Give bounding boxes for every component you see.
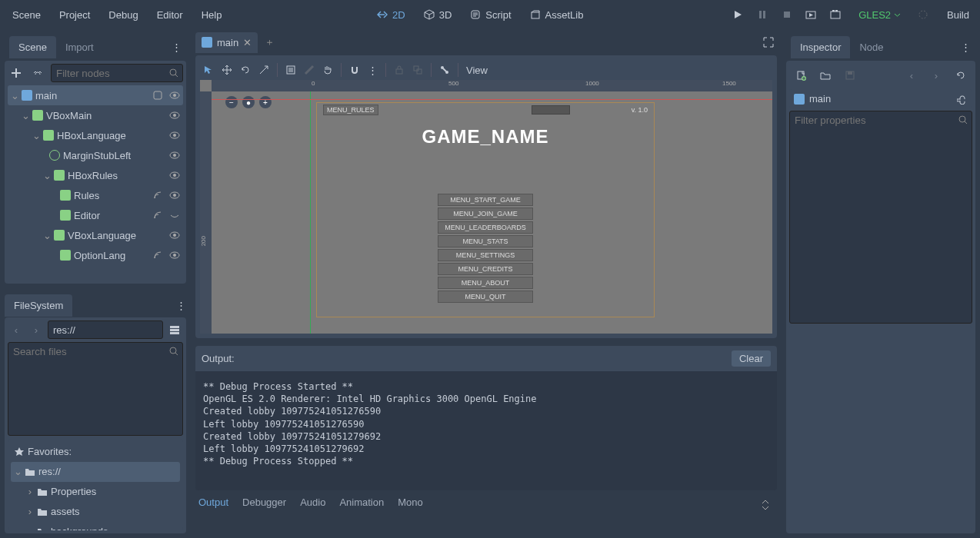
bottom-tab-audio[interactable]: Audio	[300, 496, 325, 513]
mode-assetlib[interactable]: AssetLib	[524, 6, 590, 24]
pan-tool[interactable]	[322, 65, 333, 75]
visibility-icon[interactable]	[169, 130, 180, 141]
game-menu-menu-credits[interactable]: MENU_CREDITS	[438, 263, 533, 275]
game-menu-menu-about[interactable]: MENU_ABOUT	[438, 277, 533, 289]
fs-view-toggle[interactable]	[166, 321, 183, 338]
rotate-tool[interactable]	[240, 65, 251, 75]
mode-script[interactable]: Script	[464, 6, 517, 24]
build-button[interactable]: Build	[939, 6, 977, 24]
output-text[interactable]: ** Debug Process Started ** OpenGL ES 2.…	[195, 371, 777, 490]
group-tool[interactable]	[412, 65, 423, 75]
pause-button[interactable]	[754, 6, 771, 23]
inspector-filter-input[interactable]	[789, 111, 972, 324]
fs-path-field[interactable]: res://	[48, 320, 163, 339]
fs-back-button[interactable]: ‹	[8, 321, 25, 338]
snap-tool[interactable]	[349, 65, 360, 75]
save-resource-button[interactable]	[842, 67, 858, 84]
visibility-icon[interactable]	[169, 190, 180, 201]
stop-button[interactable]	[778, 6, 795, 23]
tab-node[interactable]: Node	[850, 36, 892, 58]
tree-node-hboxlanguage[interactable]: ⌄ HBoxLanguage	[8, 125, 183, 145]
game-menu-menu-settings[interactable]: MENU_SETTINGS	[438, 249, 533, 261]
tab-scene[interactable]: Scene	[9, 36, 56, 58]
visibility-icon[interactable]	[169, 250, 180, 261]
instance-scene-button[interactable]	[29, 65, 46, 81]
fs-favorites[interactable]: Favorites:	[11, 442, 180, 462]
tree-node-vboxlanguage[interactable]: ⌄ VBoxLanguage	[8, 225, 183, 245]
tab-filesystem[interactable]: FileSystem	[5, 294, 72, 317]
signal-icon[interactable]	[152, 190, 163, 201]
ruler-tool[interactable]	[304, 65, 315, 75]
fs-folder-assets[interactable]: ›assets	[11, 502, 180, 522]
bottom-panel-expand[interactable]	[757, 496, 774, 513]
bottom-tab-animation[interactable]: Animation	[339, 496, 384, 513]
tree-node-hboxrules[interactable]: ⌄ HBoxRules	[8, 165, 183, 185]
list-select-tool[interactable]	[285, 65, 296, 75]
inspector-node-selector[interactable]: main	[789, 89, 972, 108]
menu-debug[interactable]: Debug	[99, 5, 147, 25]
new-resource-button[interactable]	[792, 67, 809, 84]
mode-3d[interactable]: 3D	[418, 6, 458, 24]
game-menu-menu-join-game[interactable]: MENU_JOIN_GAME	[438, 208, 533, 220]
game-menu-menu-start-game[interactable]: MENU_START_GAME	[438, 194, 533, 206]
scene-dock-menu-icon[interactable]: ⋮	[172, 42, 182, 53]
distraction-free-button[interactable]	[760, 34, 777, 51]
signal-icon[interactable]	[152, 210, 163, 221]
bottom-tab-mono[interactable]: Mono	[398, 496, 423, 513]
zoom-reset-button[interactable]: ●	[242, 96, 255, 108]
inspector-dock-menu-icon[interactable]: ⋮	[961, 42, 971, 53]
tree-node-marginstubleft[interactable]: MarginStubLeft	[8, 145, 183, 165]
hidden-icon[interactable]	[169, 210, 180, 221]
tree-node-rules[interactable]: Rules	[8, 185, 183, 205]
zoom-out-button[interactable]: −	[225, 96, 238, 108]
close-tab-button[interactable]: ✕	[243, 37, 252, 48]
select-tool[interactable]	[203, 65, 214, 75]
fs-folder-properties[interactable]: ›Properties	[11, 482, 180, 502]
visibility-icon[interactable]	[169, 230, 180, 241]
bottom-tab-debugger[interactable]: Debugger	[242, 496, 286, 513]
visibility-icon[interactable]	[169, 90, 180, 101]
fs-root[interactable]: ⌄ res://	[11, 462, 180, 482]
visibility-icon[interactable]	[169, 110, 180, 121]
tree-node-optionlang[interactable]: OptionLang	[8, 245, 183, 265]
mode-2d[interactable]: 2D	[371, 6, 412, 24]
bone-tool[interactable]	[439, 65, 450, 75]
play-scene-button[interactable]	[803, 6, 820, 23]
scene-filter-input[interactable]	[51, 64, 183, 82]
lock-tool[interactable]	[394, 65, 405, 75]
filesystem-dock-menu-icon[interactable]: ⋮	[176, 300, 186, 311]
fs-forward-button[interactable]: ›	[28, 321, 45, 338]
game-menu-menu-stats[interactable]: MENU_STATS	[438, 235, 533, 247]
add-node-button[interactable]	[8, 65, 25, 81]
load-resource-button[interactable]	[817, 67, 834, 84]
visibility-icon[interactable]	[169, 170, 180, 181]
menu-project[interactable]: Project	[50, 5, 99, 25]
game-menu-rules-button[interactable]: MENU_RULES	[323, 105, 378, 115]
tree-node-hboxversion[interactable]: › HBoxVersion	[8, 265, 183, 268]
tool-icon[interactable]	[957, 94, 968, 105]
inspector-properties[interactable]	[789, 326, 972, 531]
game-menu-menu-leaderboards[interactable]: MENU_LEADERBOARDS	[438, 221, 533, 234]
play-button[interactable]	[729, 6, 746, 23]
view-menu[interactable]: View	[466, 65, 488, 76]
fs-folder-backgrounds[interactable]: ›backgrounds	[11, 522, 180, 531]
menu-editor[interactable]: Editor	[148, 5, 192, 25]
signal-icon[interactable]	[152, 250, 163, 261]
menu-help[interactable]: Help	[192, 5, 232, 25]
visibility-icon[interactable]	[169, 150, 180, 161]
play-custom-scene-button[interactable]	[828, 6, 845, 23]
game-menu-menu-quit[interactable]: MENU_QUIT	[438, 291, 533, 303]
menu-scene[interactable]: Scene	[3, 5, 50, 25]
bottom-tab-output[interactable]: Output	[198, 496, 228, 513]
tree-node-main[interactable]: ⌄ main	[8, 85, 183, 105]
fs-search-input[interactable]	[8, 342, 183, 436]
renderer-select[interactable]: GLES2	[852, 6, 907, 24]
move-tool[interactable]	[222, 65, 232, 75]
history-button[interactable]	[952, 67, 969, 84]
script-indicator-icon[interactable]	[152, 90, 163, 101]
game-lang-select[interactable]	[532, 105, 570, 115]
new-scene-tab-button[interactable]: ＋	[261, 34, 278, 51]
tree-node-editor[interactable]: Editor	[8, 205, 183, 225]
history-forward-button[interactable]: ›	[928, 67, 945, 84]
scale-tool[interactable]	[258, 65, 269, 75]
